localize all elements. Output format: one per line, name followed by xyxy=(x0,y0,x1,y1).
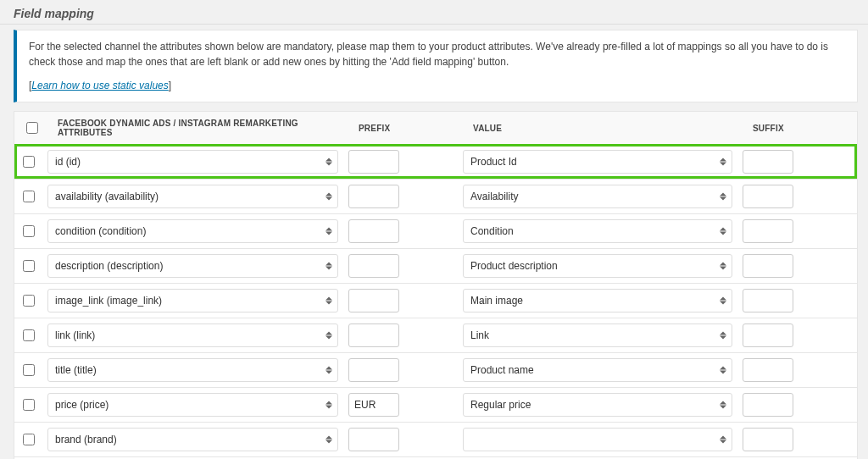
info-text: For the selected channel the attributes … xyxy=(29,39,845,69)
attribute-select[interactable]: price (price) xyxy=(47,393,338,417)
chevron-updown-icon xyxy=(720,401,726,409)
table-row: price (price)Regular price xyxy=(14,387,857,422)
prefix-input[interactable] xyxy=(348,393,399,417)
page-title: Field mapping xyxy=(0,0,868,25)
prefix-input[interactable] xyxy=(348,150,399,174)
value-select[interactable]: Main image xyxy=(463,289,732,312)
suffix-input[interactable] xyxy=(743,150,793,174)
row-checkbox[interactable] xyxy=(23,329,35,341)
suffix-input[interactable] xyxy=(743,428,793,451)
row-checkbox[interactable] xyxy=(23,191,35,202)
chevron-updown-icon xyxy=(720,193,726,201)
field-mapping-table: FACEBOOK DYNAMIC ADS / INSTAGRAM REMARKE… xyxy=(14,111,858,459)
row-checkbox[interactable] xyxy=(23,295,35,307)
suffix-input[interactable] xyxy=(743,289,793,312)
table-row: description (description)Product descrip… xyxy=(14,248,857,283)
suffix-input[interactable] xyxy=(743,254,793,278)
attribute-select-value: price (price) xyxy=(55,399,108,411)
chevron-updown-icon xyxy=(326,297,332,305)
chevron-updown-icon xyxy=(720,297,726,305)
value-select[interactable]: Link xyxy=(463,324,732,347)
chevron-updown-icon xyxy=(326,367,332,374)
chevron-updown-icon xyxy=(326,436,332,444)
table-row: image_link (image_link)Main image xyxy=(14,283,857,318)
value-select-value: Product description xyxy=(470,260,558,272)
value-select[interactable]: Product description xyxy=(463,254,732,278)
attribute-select[interactable]: description (description) xyxy=(47,254,338,278)
suffix-input[interactable] xyxy=(743,393,793,417)
value-select-value: Product Id xyxy=(470,156,517,168)
row-checkbox[interactable] xyxy=(23,156,35,168)
table-row: id (id)Product Id xyxy=(14,144,857,179)
table-row: condition (condition)Condition xyxy=(14,213,857,248)
row-checkbox[interactable] xyxy=(23,364,35,376)
prefix-input[interactable] xyxy=(348,358,399,382)
value-select[interactable]: Product name xyxy=(463,358,732,382)
attribute-select-value: brand (brand) xyxy=(55,434,117,445)
attribute-select[interactable]: link (link) xyxy=(47,324,338,347)
attribute-select-value: condition (condition) xyxy=(55,225,146,237)
attribute-select[interactable]: title (title) xyxy=(47,358,338,382)
chevron-updown-icon xyxy=(720,263,726,270)
suffix-input[interactable] xyxy=(743,358,793,382)
value-select[interactable]: Product Id xyxy=(463,150,732,174)
attribute-select-value: title (title) xyxy=(55,364,97,376)
attribute-select[interactable]: image_link (image_link) xyxy=(47,289,338,312)
suffix-input[interactable] xyxy=(743,219,793,243)
value-select-value: Condition xyxy=(470,225,514,237)
select-all-checkbox[interactable] xyxy=(26,122,38,134)
chevron-updown-icon xyxy=(326,193,332,201)
table-row: link (link)Link xyxy=(14,318,857,352)
attribute-select-value: id (id) xyxy=(55,156,81,168)
prefix-input[interactable] xyxy=(348,324,399,347)
value-select-value: Product name xyxy=(470,364,534,376)
prefix-input[interactable] xyxy=(348,185,399,208)
prefix-input[interactable] xyxy=(348,254,399,278)
attribute-select-value: description (description) xyxy=(55,260,163,272)
row-checkbox[interactable] xyxy=(23,260,35,272)
column-header-value: VALUE xyxy=(465,117,744,140)
row-checkbox[interactable] xyxy=(23,225,35,237)
attribute-select[interactable]: brand (brand) xyxy=(47,428,338,451)
info-box: For the selected channel the attributes … xyxy=(14,30,858,102)
attribute-select[interactable]: condition (condition) xyxy=(47,219,338,243)
chevron-updown-icon xyxy=(326,158,332,166)
value-select-value: Availability xyxy=(470,191,518,202)
prefix-input[interactable] xyxy=(348,428,399,451)
chevron-updown-icon xyxy=(720,367,726,374)
chevron-updown-icon xyxy=(720,228,726,235)
suffix-input[interactable] xyxy=(743,324,793,347)
attribute-select-value: link (link) xyxy=(55,329,95,341)
attribute-select-value: image_link (image_link) xyxy=(55,295,162,307)
attribute-select-value: availability (availability) xyxy=(55,191,159,202)
chevron-updown-icon xyxy=(326,263,332,270)
info-link-suffix: ] xyxy=(169,80,171,91)
chevron-updown-icon xyxy=(720,332,726,340)
row-checkbox[interactable] xyxy=(23,399,35,411)
prefix-input[interactable] xyxy=(348,289,399,312)
column-header-suffix: SUFFIX xyxy=(744,117,857,140)
value-select[interactable] xyxy=(463,428,732,451)
chevron-updown-icon xyxy=(720,436,726,444)
table-row: brand (brand) xyxy=(14,422,857,456)
value-select[interactable]: Regular price xyxy=(463,393,732,417)
column-header-attribute: FACEBOOK DYNAMIC ADS / INSTAGRAM REMARKE… xyxy=(49,112,350,144)
chevron-updown-icon xyxy=(720,158,726,166)
prefix-input[interactable] xyxy=(348,219,399,243)
chevron-updown-icon xyxy=(326,332,332,340)
value-select[interactable]: Condition xyxy=(463,219,732,243)
attribute-select[interactable]: availability (availability) xyxy=(47,185,338,208)
suffix-input[interactable] xyxy=(743,185,793,208)
table-header-row: FACEBOOK DYNAMIC ADS / INSTAGRAM REMARKE… xyxy=(14,111,857,144)
learn-static-values-link[interactable]: Learn how to use static values xyxy=(31,80,168,91)
value-select-value: Main image xyxy=(470,295,523,307)
value-select-value: Regular price xyxy=(470,399,531,411)
attribute-select[interactable]: id (id) xyxy=(47,150,338,174)
chevron-updown-icon xyxy=(326,228,332,235)
column-header-prefix: PREFIX xyxy=(350,117,465,140)
table-row: availability (availability)Availability xyxy=(14,179,857,213)
table-row: title (title)Product name xyxy=(14,352,857,387)
value-select[interactable]: Availability xyxy=(463,185,732,208)
row-checkbox[interactable] xyxy=(23,434,35,445)
chevron-updown-icon xyxy=(326,401,332,409)
